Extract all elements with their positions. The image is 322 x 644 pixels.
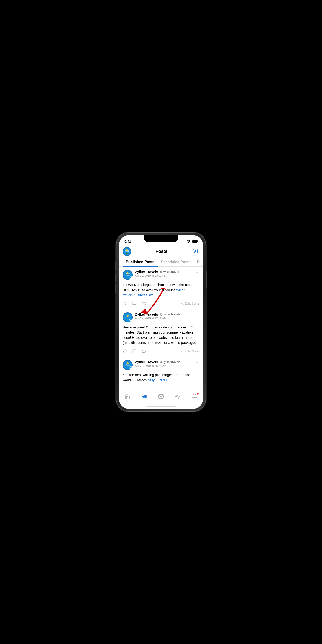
chart-icon xyxy=(174,393,181,400)
notch xyxy=(144,235,178,242)
battery-icon xyxy=(192,240,198,243)
app-header: Zylker Travels Posts xyxy=(119,245,203,258)
mail-icon xyxy=(158,393,164,400)
post-time: Apr 22, 2019 at 05:24 AM xyxy=(135,364,180,368)
retweet-button[interactable] xyxy=(142,349,146,353)
tab-published-posts[interactable]: Published Posts xyxy=(122,258,158,266)
post-time: Apr 22, 2019 at 03:01 PM xyxy=(135,274,180,278)
status-time: 9:41 xyxy=(124,240,131,243)
avatar: Zylker Travels xyxy=(122,270,133,280)
author-handle: @ZylkerTravels xyxy=(160,270,180,274)
author-row: Zylker Travels xyxy=(122,270,180,280)
post-header: Zylker Travels xyxy=(122,312,200,322)
post-actions: via Zoho Social xyxy=(122,348,200,353)
home-indicator xyxy=(119,404,203,409)
post-time: Apr 22, 2019 at 12:56 PM xyxy=(135,317,180,320)
twitter-badge xyxy=(129,366,133,370)
svg-text:Travels: Travels xyxy=(126,317,130,318)
svg-text:Travels: Travels xyxy=(126,274,130,276)
post-card: Zylker Travels xyxy=(119,266,203,309)
author-row: Zylker Travels xyxy=(122,312,180,322)
author-info: Zylker Travels @ZylkerTravels Apr 22, 20… xyxy=(135,312,180,320)
nav-analytics[interactable] xyxy=(174,393,181,400)
author-name: Zylker Travels xyxy=(135,312,158,316)
twitter-badge xyxy=(129,276,133,280)
more-options-button[interactable]: ··· xyxy=(194,360,200,365)
svg-point-19 xyxy=(127,315,128,317)
author-info: Zylker Travels @ZylkerTravels Apr 22, 20… xyxy=(135,270,180,278)
svg-text:Travels: Travels xyxy=(125,251,129,252)
post-header: Zylker Travels xyxy=(122,360,200,370)
post-wrapper-2: Zylker Travels xyxy=(119,309,203,357)
bell-icon xyxy=(191,393,198,400)
avatar: Zylker Travels xyxy=(122,312,133,322)
megaphone-icon xyxy=(141,393,148,400)
nav-messages[interactable] xyxy=(158,393,164,400)
author-handle: @ZylkerTravels xyxy=(160,312,180,316)
post-content: 6 of the best walking pilgrimages around… xyxy=(122,372,200,383)
wifi-icon xyxy=(187,240,190,243)
post-card: Zylker Travels xyxy=(119,309,203,357)
twitter-badge xyxy=(129,319,133,322)
compose-button[interactable] xyxy=(192,248,200,255)
author-name: Zylker Travels xyxy=(135,360,158,364)
tab-drafts[interactable]: D xyxy=(194,258,203,266)
avatar: Zylker Travels xyxy=(122,360,133,370)
post-header: Zylker Travels xyxy=(122,270,200,280)
phone-frame: 9:41 Zylker T xyxy=(116,232,206,412)
like-button[interactable] xyxy=(122,349,127,353)
comment-button[interactable] xyxy=(132,349,136,353)
nav-notifications[interactable] xyxy=(191,393,198,400)
phone-screen: 9:41 Zylker T xyxy=(119,235,203,409)
more-options-button[interactable]: ··· xyxy=(194,312,200,317)
author-handle: @ZylkerTravels xyxy=(160,360,180,364)
author-name: Zylker Travels xyxy=(135,270,158,274)
home-icon xyxy=(124,393,131,400)
svg-point-14 xyxy=(127,272,128,274)
post-actions: via Zoho Social xyxy=(122,300,200,306)
bottom-nav xyxy=(119,391,203,404)
tab-scheduled-posts[interactable]: Scheduled Posts xyxy=(158,258,194,266)
post-link[interactable]: bit.ly/2Zf1cDE xyxy=(148,378,169,382)
home-indicator-bar xyxy=(146,406,176,407)
post-content: Tip #2: Don't forget to check out with t… xyxy=(122,282,200,298)
author-info: Zylker Travels @ZylkerTravels Apr 22, 20… xyxy=(135,360,180,368)
post-content: Hey everyone! Our flash sale commences i… xyxy=(122,325,200,346)
posts-area: Zylker Travels xyxy=(119,266,203,391)
via-label: via Zoho Social xyxy=(180,302,200,305)
svg-point-4 xyxy=(126,249,128,251)
status-icons xyxy=(187,240,198,243)
tabs-bar: Published Posts Scheduled Posts D xyxy=(119,258,203,266)
retweet-button[interactable] xyxy=(142,302,146,306)
more-options-button[interactable]: ··· xyxy=(194,270,200,274)
svg-text:Travels: Travels xyxy=(126,365,130,366)
post-card: Zylker Travels xyxy=(119,357,203,389)
svg-point-24 xyxy=(127,362,128,364)
author-row: Zylker Travels xyxy=(122,360,180,370)
app-logo[interactable]: Zylker Travels xyxy=(122,247,131,256)
nav-home[interactable] xyxy=(124,393,131,400)
via-label: via Zoho Social xyxy=(180,350,200,353)
nav-posts[interactable] xyxy=(141,393,148,400)
like-button[interactable] xyxy=(122,302,127,306)
notification-badge xyxy=(197,393,199,395)
comment-button[interactable] xyxy=(132,302,136,306)
page-title: Posts xyxy=(131,249,192,254)
